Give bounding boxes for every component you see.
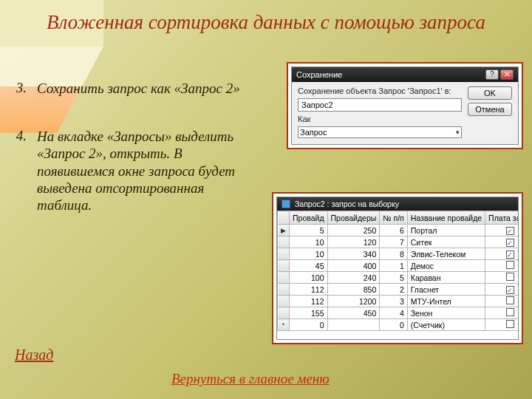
table-row[interactable]: 101207Ситек✓ xyxy=(278,236,519,248)
save-prompt-label: Сохранение объекта Запрос 'Запрос1' в: xyxy=(298,86,462,95)
col-header[interactable]: Название провайде xyxy=(407,211,485,225)
cell[interactable]: 0 xyxy=(290,319,328,331)
cell[interactable]: Гласнет xyxy=(407,284,485,296)
checkbox-cell[interactable]: ✓ xyxy=(485,236,518,248)
cell[interactable]: 240 xyxy=(327,272,380,284)
query-window-icon xyxy=(282,200,290,208)
cell[interactable]: 2 xyxy=(380,284,407,296)
checkbox-icon xyxy=(506,273,514,281)
save-name-input[interactable] xyxy=(298,98,462,112)
cell[interactable]: 100 xyxy=(290,272,328,284)
cell[interactable]: 1200 xyxy=(327,296,380,307)
save-dialog-titlebar: Сохранение ? ✕ xyxy=(292,67,518,82)
cell[interactable]: 8 xyxy=(380,248,407,260)
query-window-title: Запрос2 : запрос на выборку xyxy=(295,200,399,208)
nav-main-menu-link[interactable]: Вернуться в главное меню xyxy=(171,371,330,387)
checkbox-cell[interactable] xyxy=(485,307,518,319)
table-row[interactable]: *00(Счетчик) xyxy=(278,319,519,331)
cell[interactable]: 10 xyxy=(290,236,328,248)
cell[interactable]: 850 xyxy=(327,284,380,296)
checkbox-cell[interactable] xyxy=(485,319,518,331)
cell[interactable]: (Счетчик) xyxy=(407,319,485,331)
row-marker: ▶ xyxy=(278,225,290,236)
cell[interactable]: Ситек xyxy=(407,236,485,248)
cell[interactable]: 250 xyxy=(327,225,380,236)
cell[interactable]: Зенон xyxy=(407,307,485,319)
cell[interactable]: МТУ-Интел xyxy=(407,296,485,307)
table-row[interactable]: ▶52506Портал✓ xyxy=(278,225,519,236)
table-row[interactable]: 454001Демос xyxy=(278,260,519,272)
cancel-button[interactable]: Отмена xyxy=(468,103,512,116)
cell[interactable] xyxy=(327,319,380,331)
query-result-panel: Запрос2 : запрос на выборку Провайд Пров… xyxy=(272,192,523,344)
list-number: 3. xyxy=(9,80,27,97)
cell[interactable]: 1 xyxy=(380,260,407,272)
cell[interactable]: 7 xyxy=(380,236,407,248)
col-header[interactable]: № п/п xyxy=(380,211,407,225)
ok-button[interactable]: OK xyxy=(468,86,512,100)
cell[interactable]: Элвис-Телеком xyxy=(407,248,485,260)
table-row[interactable]: 1002405Караван xyxy=(278,272,519,284)
cell[interactable]: 120 xyxy=(327,236,380,248)
row-marker xyxy=(278,307,290,319)
cell[interactable]: 4 xyxy=(380,307,407,319)
checkbox-cell[interactable]: ✓ xyxy=(485,225,518,236)
cell[interactable]: 112 xyxy=(290,296,328,307)
checkbox-icon xyxy=(506,308,514,316)
cell[interactable]: 3 xyxy=(380,296,407,307)
checkbox-cell[interactable] xyxy=(485,296,518,307)
checkbox-icon xyxy=(506,261,514,269)
col-header[interactable]: Провайдеры xyxy=(327,211,380,225)
save-type-select[interactable]: Запрос ▾ xyxy=(298,126,462,138)
list-item: 3. Сохранить запрос как «Запрос 2» xyxy=(9,80,267,97)
cell[interactable]: 0 xyxy=(380,319,407,331)
cell[interactable]: 5 xyxy=(380,272,407,284)
cell[interactable]: 155 xyxy=(290,307,328,319)
checkbox-icon: ✓ xyxy=(506,239,514,247)
query-result-table[interactable]: Провайд Провайдеры № п/п Название провай… xyxy=(277,211,518,331)
checkbox-cell[interactable] xyxy=(485,260,518,272)
checkbox-cell[interactable] xyxy=(485,272,518,284)
cell[interactable]: 10 xyxy=(290,248,328,260)
cell[interactable]: 450 xyxy=(327,307,380,319)
cell[interactable]: Демос xyxy=(407,260,485,272)
col-header[interactable]: Плата за по xyxy=(485,211,518,225)
list-number: 4. xyxy=(9,128,27,214)
list-item: 4. На вкладке «Запросы» выделить «Запрос… xyxy=(9,128,267,214)
checkbox-icon: ✓ xyxy=(506,250,514,259)
col-header[interactable]: Провайд xyxy=(290,211,328,225)
table-row[interactable]: 103408Элвис-Телеком✓ xyxy=(278,248,519,260)
list-text: Сохранить запрос как «Запрос 2» xyxy=(37,80,240,97)
checkbox-cell[interactable]: ✓ xyxy=(485,248,518,260)
save-dialog-window: Сохранение ? ✕ Сохранение объекта Запрос… xyxy=(291,66,519,145)
nav-back-link[interactable]: Назад xyxy=(15,347,53,364)
checkbox-icon xyxy=(506,296,514,304)
table-row[interactable]: 1128502Гласнет✓ xyxy=(278,284,519,296)
cell[interactable]: 5 xyxy=(290,225,328,236)
cell[interactable]: Караван xyxy=(407,272,485,284)
close-button[interactable]: ✕ xyxy=(500,69,514,80)
cell[interactable]: Портал xyxy=(407,225,485,236)
checkbox-icon xyxy=(506,320,514,328)
checkbox-icon: ✓ xyxy=(506,286,514,294)
row-marker xyxy=(278,284,290,296)
query-window-titlebar: Запрос2 : запрос на выборку xyxy=(277,197,518,211)
row-marker xyxy=(278,272,290,284)
help-button[interactable]: ? xyxy=(485,69,499,80)
save-type-value: Запрос xyxy=(300,128,327,137)
save-dialog-title: Сохранение xyxy=(296,70,342,79)
cell[interactable]: 340 xyxy=(327,248,380,260)
cell[interactable]: 6 xyxy=(380,225,407,236)
cell[interactable]: 112 xyxy=(290,284,328,296)
checkbox-cell[interactable]: ✓ xyxy=(485,284,518,296)
row-marker xyxy=(278,260,290,272)
save-type-label: Как xyxy=(298,115,462,123)
cell[interactable]: 400 xyxy=(327,260,380,272)
query-window: Запрос2 : запрос на выборку Провайд Пров… xyxy=(276,197,519,340)
table-row[interactable]: 11212003МТУ-Интел xyxy=(278,296,519,307)
content-list: 3. Сохранить запрос как «Запрос 2» 4. На… xyxy=(9,80,267,245)
cell[interactable]: 45 xyxy=(290,260,328,272)
table-row[interactable]: 1554504Зенон xyxy=(278,307,519,319)
save-dialog-panel: Сохранение ? ✕ Сохранение объекта Запрос… xyxy=(287,62,523,149)
slide-title: Вложенная сортировка данных с помощью за… xyxy=(0,10,532,34)
